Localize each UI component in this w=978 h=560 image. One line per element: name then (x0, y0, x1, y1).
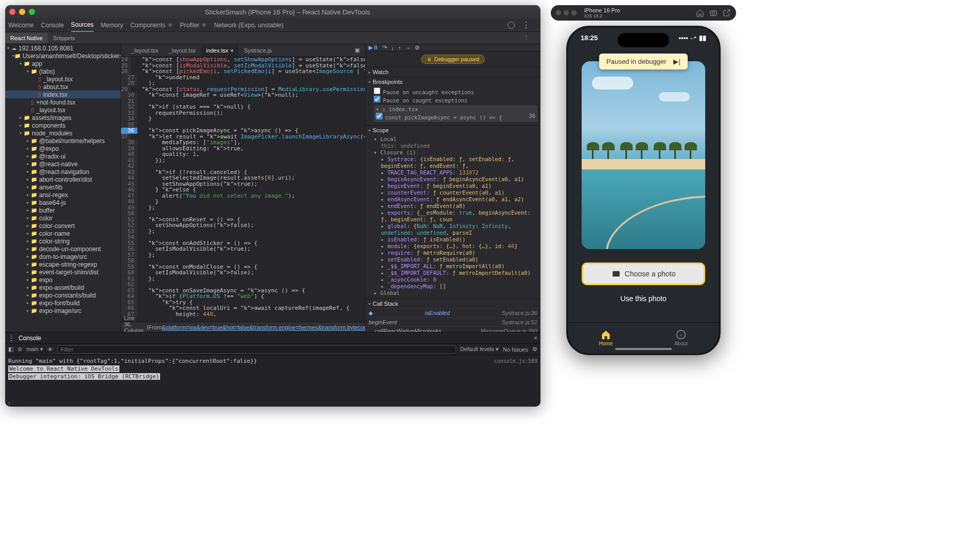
nav-file-active[interactable]: ▯index.tsx (5, 91, 120, 98)
scope-prop[interactable]: ▸ beginEvent: ƒ beginEvent(a0, a1) (381, 183, 537, 189)
pause-caught-checkbox[interactable] (374, 96, 380, 102)
screenshot-icon[interactable] (709, 9, 718, 17)
resume-icon[interactable]: ▶| (673, 58, 680, 65)
maximize-window-icon[interactable] (29, 9, 35, 15)
nav-folder[interactable]: ▸📁escape-string-regexp (5, 260, 120, 268)
drawer-menu-icon[interactable]: ⋮ (8, 335, 14, 342)
issues-badge[interactable]: No Issues (503, 346, 528, 353)
nav-origin[interactable]: ▾☁192.168.0.105:8081 (5, 44, 120, 52)
deactivate-bp-icon[interactable]: ⊘ (415, 44, 420, 51)
nav-folder[interactable]: ▸📁@expo (5, 145, 120, 152)
scope-prop[interactable]: ▸ counterEvent: ƒ counterEvent(a0, a1) (381, 189, 537, 196)
console-settings-icon[interactable]: ⚙ (532, 346, 537, 353)
close-tab-icon[interactable]: × (231, 47, 234, 54)
tab-sources[interactable]: Sources (71, 19, 94, 32)
nav-folder[interactable]: ▸📁@radix-ui (5, 152, 120, 160)
more-icon[interactable]: ⋮ (522, 21, 530, 29)
nav-root[interactable]: ▾📁Users/amanhimself/Desktop/stickersmash (5, 52, 120, 60)
nav-file[interactable]: ▯about.tsx (5, 83, 120, 91)
scope-prop[interactable]: ▸ _dependencyMap: [] (381, 283, 537, 290)
settings-icon[interactable] (508, 22, 515, 29)
clear-console-icon[interactable]: ⊘ (18, 346, 22, 353)
callstack-frame[interactable]: __callReactNativeMicrotasksMessageQueue.… (365, 326, 540, 332)
live-expr-icon[interactable]: 👁 (47, 346, 53, 353)
editor-tab[interactable]: Systrace.js (239, 45, 277, 56)
pause-uncaught-checkbox[interactable] (374, 87, 380, 94)
nav-folder[interactable]: ▸📁event-target-shim/dist (5, 268, 120, 276)
section-watch[interactable]: Watch (365, 67, 540, 77)
step-into-icon[interactable]: ↓ (391, 45, 394, 51)
resume-icon[interactable]: ▶⏸ (369, 44, 378, 51)
console-tab[interactable]: Console (19, 335, 41, 342)
nav-folder[interactable]: ▸📁base64-js (5, 199, 120, 206)
nav-folder[interactable]: ▸📁expo-constants/build (5, 291, 120, 299)
scope-prop[interactable]: ▸ setEnabled: ƒ setEnabled(a0) (381, 256, 537, 263)
nav-folder[interactable]: ▸📁expo-font/build (5, 299, 120, 307)
nav-app[interactable]: ▾📁app (5, 60, 120, 67)
tab-profiler[interactable]: Profiler ⚛ (180, 22, 207, 29)
log-levels-select[interactable]: Default levels ▾ (460, 346, 499, 353)
scope-prop[interactable]: ▸ TRACE_TAG_REACT_APPS: 131072 (381, 169, 537, 176)
nav-folder[interactable]: ▸📁color-convert (5, 222, 120, 230)
nav-folder[interactable]: ▸📁expo (5, 276, 120, 284)
nav-folder[interactable]: ▸📁anser/lib (5, 183, 120, 191)
use-photo-button[interactable]: Use this photo (620, 294, 667, 303)
subtab-snippets[interactable]: Snippets (48, 33, 80, 43)
external-icon[interactable] (723, 9, 731, 17)
step-icon[interactable]: → (405, 45, 411, 51)
volume-up-button[interactable] (720, 118, 721, 146)
console-sidebar-icon[interactable]: ◧ (8, 346, 13, 353)
scope-prop[interactable]: ▸ endEvent: ƒ endEvent(a0) (381, 203, 537, 209)
subtab-more-icon[interactable]: ⋮ (518, 32, 534, 43)
scope-prop[interactable]: ▸ isEnabled: ƒ isEnabled() (381, 236, 537, 243)
nav-folder[interactable]: ▸📁color-name (5, 230, 120, 237)
console-message[interactable]: Running "main" with {"rootTag":1,"initia… (8, 357, 537, 365)
scope-prop[interactable]: ▸ beginAsyncEvent: ƒ beginAsyncEvent(a0,… (381, 176, 537, 183)
nav-file[interactable]: ▯_layout.tsx (5, 75, 120, 83)
code-area[interactable]: 24 "k">const [showAppOptions, setShowApp… (121, 57, 365, 322)
scope-prop[interactable]: ▸ global: {NaN: NaN, Infinity: Infinity,… (381, 223, 537, 236)
nav-folder[interactable]: ▸📁@react-navigation (5, 168, 120, 176)
nav-folder[interactable]: ▸📁dom-to-image/src (5, 253, 120, 260)
tab-components[interactable]: Components ⚛ (130, 22, 172, 29)
scope-prop[interactable]: ▸ require: ƒ metroRequire(a0) (381, 250, 537, 256)
close-drawer-icon[interactable]: × (534, 335, 537, 342)
file-navigator[interactable]: ▾☁192.168.0.105:8081 ▾📁Users/amanhimself… (5, 44, 121, 332)
nav-node-modules[interactable]: ▾📁node_modules (5, 129, 120, 137)
home-indicator[interactable] (615, 348, 672, 350)
scope-prop[interactable]: ▸ _$$_IMPORT_ALL: ƒ metroImportAll(a0) (381, 263, 537, 270)
nav-folder[interactable]: ▸📁abort-controller/dist (5, 176, 120, 183)
step-over-icon[interactable]: ↷ (382, 44, 387, 51)
bp-enabled-checkbox[interactable] (376, 113, 382, 119)
breakpoint-item[interactable]: ▾ ▯ index.tsx const pickImageAsync = asy… (374, 105, 537, 122)
context-select[interactable]: main ▾ (26, 346, 43, 353)
console-log[interactable]: Running "main" with {"rootTag":1,"initia… (5, 355, 540, 399)
scope-prop[interactable]: ▸ Systrace: {isEnabled: ƒ, setEnabled: ƒ… (381, 156, 537, 169)
close-window-icon[interactable] (9, 9, 15, 15)
scope-prop[interactable]: ▸ endAsyncEvent: ƒ endAsyncEvent(a0, a1,… (381, 196, 537, 203)
nav-file[interactable]: ▯_layout.tsx (5, 106, 120, 114)
nav-folder[interactable]: ▸📁ansi-regex (5, 191, 120, 199)
nav-folder[interactable]: ▸📁color-string (5, 237, 120, 245)
nav-file[interactable]: ▯+not-found.tsx (5, 98, 120, 106)
nav-folder[interactable]: ▸📁@react-native (5, 160, 120, 168)
scope-prop[interactable]: ▸ exports: {__esModule: true, beginAsync… (381, 209, 537, 223)
tab-welcome[interactable]: Welcome (8, 22, 34, 29)
console-message[interactable]: Debugger integration: iOS Bridge (RCTBri… (8, 373, 537, 380)
volume-down-button[interactable] (720, 151, 721, 180)
home-icon[interactable] (696, 9, 704, 17)
step-out-icon[interactable]: ↑ (398, 45, 401, 51)
status-link[interactable]: &platform=ios&dev=true&hot=false&transfo… (162, 324, 367, 330)
editor-tab[interactable]: _layout.tsx (164, 45, 201, 56)
console-message[interactable]: Welcome to React Native DevTools (8, 365, 537, 373)
sim-traffic-lights[interactable] (556, 10, 577, 15)
tab-network[interactable]: Network (Expo, unstable) (214, 22, 284, 29)
nav-folder[interactable]: ▸📁expo-asset/build (5, 284, 120, 291)
scope-prop[interactable]: ▸ module: {exports: {…}, hot: {…}, id: 4… (381, 243, 537, 250)
callstack-frame[interactable]: beginEventSystrace.js:52 (365, 318, 540, 326)
scope-prop[interactable]: ▸ _$$_IMPORT_DEFAULT: ƒ metroImportDefau… (381, 270, 537, 276)
callstack-frame[interactable]: ◆ isEnabledSystrace.js:36 (365, 308, 540, 318)
tab-memory[interactable]: Memory (101, 22, 123, 29)
toggle-navigator-icon[interactable]: ▣ (350, 45, 365, 56)
minimize-window-icon[interactable] (19, 9, 25, 15)
